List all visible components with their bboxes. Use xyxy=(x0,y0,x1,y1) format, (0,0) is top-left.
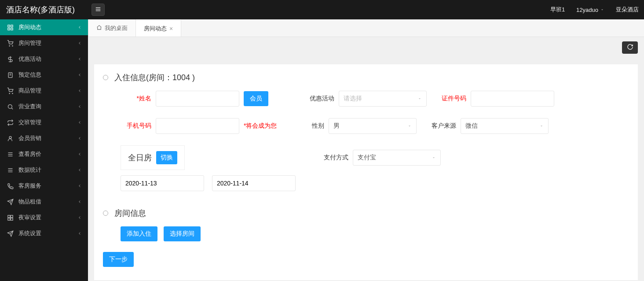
sidebar-item-1[interactable]: 房间管理 xyxy=(0,35,88,51)
tab-room-status[interactable]: 房间动态 × xyxy=(136,19,181,37)
sidebar-item-label: 会员营销 xyxy=(18,134,41,142)
checkin-form: *姓名 会员 优惠活动 请选择 证件号码 xyxy=(121,91,629,196)
tabs-bar: 我的桌面 房间动态 × xyxy=(88,19,644,37)
sidebar-item-4[interactable]: 商品管理 xyxy=(0,83,88,99)
svg-point-13 xyxy=(9,93,10,93)
username: 12yaduo xyxy=(576,7,598,13)
source-select[interactable]: 微信 xyxy=(461,118,549,134)
gender-select[interactable]: 男 xyxy=(329,118,417,134)
sidebar-item-3[interactable]: 预定信息 xyxy=(0,67,88,83)
sidebar-item-label: 交班管理 xyxy=(18,118,41,126)
room-type-card: 全日房 切换 xyxy=(121,145,185,170)
tab-home[interactable]: 我的桌面 xyxy=(88,19,136,37)
svg-rect-3 xyxy=(7,25,9,26)
phone-input[interactable] xyxy=(156,118,239,134)
idno-input[interactable] xyxy=(471,91,554,107)
dashboard-icon xyxy=(6,24,14,31)
sidebar-item-label: 客房服务 xyxy=(18,182,41,190)
search-icon xyxy=(6,104,14,110)
source-label: 客户来源 xyxy=(425,122,456,130)
send-icon xyxy=(6,230,14,237)
sidebar-item-label: 预定信息 xyxy=(18,71,41,79)
list-icon xyxy=(6,167,14,174)
sidebar-item-label: 商品管理 xyxy=(18,87,41,95)
close-icon[interactable]: × xyxy=(169,25,173,32)
svg-rect-27 xyxy=(11,215,13,217)
shift-label: 早班1 xyxy=(550,6,565,14)
sidebar-item-label: 营业查询 xyxy=(18,103,41,111)
switch-button[interactable]: 切换 xyxy=(156,151,177,164)
svg-point-8 xyxy=(12,45,12,46)
sidebar-item-6[interactable]: 交班管理 xyxy=(0,115,88,130)
section2-title: 房间信息 xyxy=(114,208,146,218)
promo-value: 请选择 xyxy=(344,95,362,103)
sidebar-item-12[interactable]: 夜审设置 xyxy=(0,210,88,226)
svg-point-17 xyxy=(9,136,11,138)
menu-toggle-button[interactable] xyxy=(91,4,105,16)
chevron-left-icon xyxy=(77,214,82,221)
promo-label: 优惠活动 xyxy=(304,95,334,103)
sidebar-item-label: 查看房价 xyxy=(18,150,41,158)
chevron-left-icon xyxy=(77,104,82,110)
sidebar-item-7[interactable]: 会员营销 xyxy=(0,130,88,146)
grid-icon xyxy=(6,214,14,221)
clipboard-icon xyxy=(6,72,14,78)
pay-select[interactable]: 支付宝 xyxy=(353,150,441,166)
topbar: 酒店名称(多酒店版) 早班1 12yaduo 亚朵酒店 xyxy=(0,0,644,19)
select-room-button[interactable]: 选择房间 xyxy=(164,226,201,241)
sidebar-item-11[interactable]: 物品租借 xyxy=(0,194,88,210)
pay-value: 支付宝 xyxy=(358,154,376,162)
promo-select[interactable]: 请选择 xyxy=(339,91,427,107)
sidebar-item-5[interactable]: 营业查询 xyxy=(0,99,88,115)
sidebar: 房间动态房间管理优惠活动预定信息商品管理营业查询交班管理会员营销查看房价数据统计… xyxy=(0,19,88,281)
sidebar-item-8[interactable]: 查看房价 xyxy=(0,146,88,162)
reload-icon xyxy=(627,44,633,52)
chevron-left-icon xyxy=(77,167,82,174)
swap-icon xyxy=(6,119,14,126)
chevron-down-icon xyxy=(539,122,544,129)
sidebar-item-10[interactable]: 客房服务 xyxy=(0,178,88,194)
reload-button[interactable] xyxy=(622,41,638,54)
chevron-down-icon xyxy=(432,154,436,161)
name-label: *姓名 xyxy=(121,95,151,103)
svg-rect-4 xyxy=(11,25,12,26)
add-checkin-button[interactable]: 添加入住 xyxy=(121,226,157,241)
tab-label: 房间动态 xyxy=(144,25,167,33)
svg-line-16 xyxy=(11,108,13,109)
user-dropdown[interactable]: 12yaduo xyxy=(576,7,604,13)
sidebar-item-0[interactable]: 房间动态 xyxy=(0,19,88,35)
member-button[interactable]: 会员 xyxy=(244,91,268,106)
svg-rect-26 xyxy=(7,215,10,217)
idno-label: 证件号码 xyxy=(435,95,466,103)
name-input[interactable] xyxy=(156,91,239,107)
phone-hint: *将会成为您 xyxy=(244,122,277,130)
panel: 入住信息(房间：1004 ) *姓名 会员 优惠活动 请选择 xyxy=(94,64,638,280)
sidebar-item-13[interactable]: 系统设置 xyxy=(0,226,88,241)
sidebar-item-label: 物品租借 xyxy=(18,198,41,206)
send-icon xyxy=(6,199,14,205)
user-icon xyxy=(6,135,14,142)
gender-value: 男 xyxy=(333,122,340,130)
chevron-left-icon xyxy=(77,230,82,237)
hotel-name[interactable]: 亚朵酒店 xyxy=(616,6,639,14)
svg-rect-5 xyxy=(11,28,12,30)
home-icon xyxy=(96,25,102,32)
sidebar-item-label: 数据统计 xyxy=(18,166,41,174)
date-from-input[interactable] xyxy=(121,175,204,191)
sidebar-item-label: 优惠活动 xyxy=(18,55,41,63)
phone-label: 手机号码 xyxy=(121,122,151,130)
date-to-input[interactable] xyxy=(212,175,296,191)
chevron-left-icon xyxy=(77,183,82,189)
room-type-text: 全日房 xyxy=(128,152,152,163)
section-room-head: 房间信息 xyxy=(103,208,629,218)
phone-icon xyxy=(6,183,14,189)
sidebar-item-label: 夜审设置 xyxy=(18,214,41,222)
chevron-left-icon xyxy=(77,151,82,158)
sidebar-item-9[interactable]: 数据统计 xyxy=(0,162,88,178)
topbar-right: 早班1 12yaduo 亚朵酒店 xyxy=(550,6,639,14)
chevron-left-icon xyxy=(77,56,82,63)
list-icon xyxy=(6,151,14,158)
sidebar-item-2[interactable]: 优惠活动 xyxy=(0,51,88,67)
next-button[interactable]: 下一步 xyxy=(103,252,134,267)
svg-rect-6 xyxy=(7,28,9,30)
